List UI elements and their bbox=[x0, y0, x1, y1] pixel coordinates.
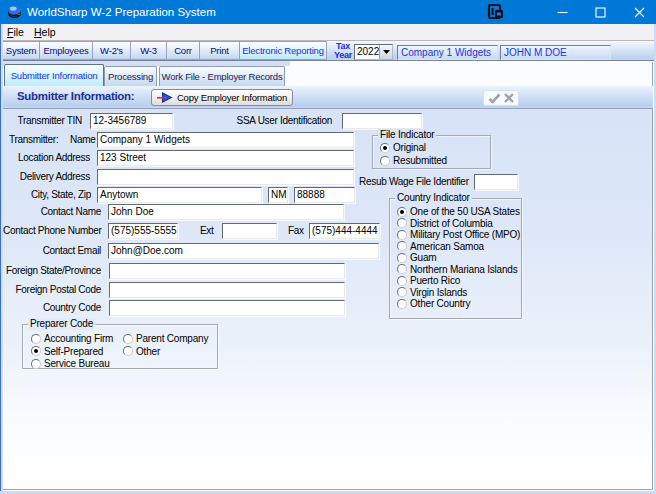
delivery-address-input[interactable] bbox=[97, 169, 354, 185]
radio-other[interactable]: Other bbox=[123, 346, 160, 357]
resub-wage-file-identifier-label: Resub Wage File Identifier bbox=[359, 174, 467, 190]
menu-help[interactable]: Help bbox=[31, 24, 59, 40]
radio-other-country[interactable]: Other Country bbox=[397, 298, 470, 309]
state-input[interactable]: NM bbox=[268, 187, 288, 203]
contact-phone-number-label: Contact Phone Number bbox=[3, 223, 101, 239]
transmitter-label: Transmitter: bbox=[9, 132, 69, 148]
title-bar[interactable]: WorldSharp W-2 Preparation System bbox=[0, 0, 656, 24]
tab-submitter-information[interactable]: Submitter Information bbox=[4, 64, 104, 86]
radio-guam[interactable]: Guam bbox=[397, 252, 436, 263]
contact-email-input[interactable]: John@Doe.com bbox=[108, 243, 379, 259]
radio-northern-mariana-islands[interactable]: Northern Mariana Islands bbox=[397, 264, 517, 275]
foreign-state-province-label: Foreign State/Province bbox=[3, 263, 101, 279]
toolbar-button-electronic-reporting[interactable]: Electronic Reporting bbox=[239, 41, 327, 60]
foreign-state-province-input[interactable] bbox=[109, 263, 345, 279]
tax-year-combobox[interactable]: 2022 bbox=[354, 44, 393, 60]
location-address-input[interactable]: 123 Street bbox=[97, 150, 354, 166]
minimize-button[interactable] bbox=[542, 0, 582, 24]
radio-virgin-islands[interactable]: Virgin Islands bbox=[397, 287, 467, 298]
radio-district-of-columbia-circle bbox=[397, 218, 407, 228]
record-actions bbox=[483, 90, 519, 106]
country-code-label: Country Code bbox=[3, 300, 101, 316]
copy-employer-information-button[interactable]: Copy Employer Information bbox=[151, 89, 293, 106]
radio-northern-mariana-islands-circle bbox=[397, 264, 407, 274]
country-indicator-group: Country Indicator One of the 50 USA Stat… bbox=[389, 198, 522, 319]
preparer-code-group: Preparer Code Accounting Firm Self-Prepa… bbox=[22, 324, 218, 369]
radio-parent-company-circle bbox=[123, 334, 133, 344]
city-state-zip-label: City, State, Zip bbox=[3, 187, 91, 203]
toolbar-button-corr[interactable]: Corr bbox=[166, 41, 199, 60]
page-header: Submitter Information: Copy Employer Inf… bbox=[3, 86, 653, 109]
close-icon bbox=[634, 7, 645, 18]
radio-military-post-office[interactable]: Military Post Office (MPO) bbox=[397, 229, 520, 240]
application-window: WorldSharp W-2 Preparation System File H… bbox=[0, 0, 656, 494]
radio-parent-company[interactable]: Parent Company bbox=[123, 333, 208, 344]
delivery-address-label: Delivery Address bbox=[3, 169, 90, 185]
toolbar-button-employees[interactable]: Employees bbox=[39, 41, 92, 60]
chevron-down-icon bbox=[383, 50, 390, 54]
tab-work-file-employer-records[interactable]: Work File - Employer Records bbox=[159, 66, 285, 86]
radio-self-prepared-circle bbox=[31, 346, 41, 356]
tax-year-value: 2022 bbox=[357, 45, 379, 59]
toolbar: System Employees W-2's W-3 Corr Print El… bbox=[0, 41, 656, 61]
radio-original[interactable]: Original bbox=[380, 142, 426, 153]
radio-original-circle bbox=[380, 143, 390, 153]
toolbar-button-w3[interactable]: W-3 bbox=[130, 41, 166, 60]
cancel-icon[interactable] bbox=[504, 93, 514, 103]
ssa-user-identification-input[interactable] bbox=[342, 113, 422, 129]
transmitter-name-label: Name bbox=[70, 132, 98, 148]
radio-american-samoa[interactable]: American Samoa bbox=[397, 241, 484, 252]
radio-guam-circle bbox=[397, 253, 407, 263]
contact-phone-number-input[interactable]: (575)555-5555 bbox=[108, 223, 178, 239]
city-input[interactable]: Anytown bbox=[97, 187, 262, 203]
radio-accounting-firm[interactable]: Accounting Firm bbox=[31, 333, 113, 344]
file-indicator-group-title: File Indicator bbox=[378, 129, 436, 141]
tax-year-dropdown-button[interactable] bbox=[379, 45, 392, 59]
user-context-field: JOHN M DOE bbox=[500, 45, 611, 60]
country-code-input[interactable] bbox=[109, 300, 345, 316]
radio-resubmitted-circle bbox=[380, 156, 390, 166]
window-border-left bbox=[1, 24, 3, 494]
close-button[interactable] bbox=[619, 0, 656, 24]
minimize-icon bbox=[557, 7, 568, 18]
foreign-postal-code-input[interactable] bbox=[109, 282, 345, 298]
tax-year-label: Tax Year bbox=[329, 42, 357, 60]
page-heading: Submitter Information: bbox=[17, 90, 134, 102]
ext-input[interactable] bbox=[222, 223, 277, 239]
copy-button-label: Copy Employer Information bbox=[177, 92, 287, 103]
tab-processing[interactable]: Processing bbox=[104, 66, 157, 86]
titlebar-badge-icon bbox=[487, 4, 504, 20]
fax-input[interactable]: (575)444-4444 bbox=[309, 223, 380, 239]
radio-self-prepared[interactable]: Self-Prepared bbox=[31, 346, 103, 357]
tax-year-label-line2: Year bbox=[329, 51, 357, 60]
location-address-label: Location Address bbox=[3, 150, 90, 166]
radio-service-bureau[interactable]: Service Bureau bbox=[31, 358, 110, 369]
transmitter-tin-input[interactable]: 12-3456789 bbox=[90, 113, 173, 129]
submitter-information-page: Submitter Information: Copy Employer Inf… bbox=[3, 86, 653, 490]
radio-service-bureau-circle bbox=[31, 359, 41, 369]
resub-wage-file-identifier-input[interactable] bbox=[474, 174, 518, 190]
contact-name-label: Contact Name bbox=[3, 204, 101, 220]
confirm-icon[interactable] bbox=[488, 93, 501, 104]
menu-file[interactable]: File bbox=[4, 24, 27, 40]
ssa-user-identification-label: SSA User Identification bbox=[199, 113, 332, 129]
menu-bar: File Help bbox=[0, 24, 656, 41]
radio-district-of-columbia[interactable]: District of Columbia bbox=[397, 218, 493, 229]
toolbar-button-system[interactable]: System bbox=[2, 41, 39, 60]
foreign-postal-code-label: Foreign Postal Code bbox=[3, 282, 101, 298]
radio-resubmitted[interactable]: Resubmitted bbox=[380, 155, 447, 166]
toolbar-button-print[interactable]: Print bbox=[199, 41, 239, 60]
maximize-icon bbox=[595, 7, 606, 18]
radio-usa-states[interactable]: One of the 50 USA States bbox=[397, 206, 520, 217]
maximize-button[interactable] bbox=[580, 0, 620, 24]
contact-name-input[interactable]: John Doe bbox=[108, 204, 344, 220]
app-icon bbox=[7, 4, 22, 19]
radio-puerto-rico[interactable]: Puerto Rico bbox=[397, 275, 460, 286]
radio-american-samoa-circle bbox=[397, 241, 407, 251]
transmitter-name-input[interactable]: Company 1 Widgets bbox=[97, 132, 354, 148]
radio-other-circle bbox=[123, 346, 133, 356]
copy-arrow-icon bbox=[157, 92, 173, 103]
zip-input[interactable]: 88888 bbox=[294, 187, 355, 203]
country-indicator-group-title: Country Indicator bbox=[395, 192, 472, 204]
toolbar-button-w2s[interactable]: W-2's bbox=[92, 41, 130, 60]
